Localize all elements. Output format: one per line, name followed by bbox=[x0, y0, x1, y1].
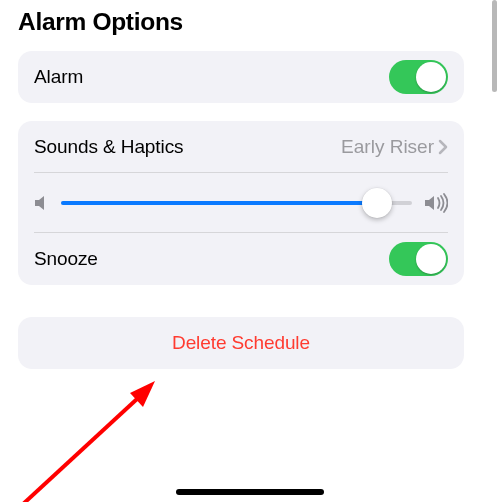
snooze-row[interactable]: Snooze bbox=[34, 233, 448, 285]
volume-low-icon bbox=[34, 194, 49, 212]
snooze-label: Snooze bbox=[34, 248, 98, 270]
volume-row bbox=[34, 173, 448, 233]
alarm-row[interactable]: Alarm bbox=[34, 51, 448, 103]
delete-group: Delete Schedule bbox=[18, 317, 464, 369]
page-title: Alarm Options bbox=[18, 8, 464, 36]
sounds-value-wrap: Early Riser bbox=[341, 136, 448, 158]
sounds-value: Early Riser bbox=[341, 136, 434, 158]
volume-high-icon bbox=[424, 193, 448, 213]
sounds-label: Sounds & Haptics bbox=[34, 136, 183, 158]
toggle-knob bbox=[416, 244, 446, 274]
alarm-label: Alarm bbox=[34, 66, 83, 88]
delete-label: Delete Schedule bbox=[172, 332, 310, 354]
alarm-group: Alarm bbox=[18, 51, 464, 103]
slider-fill bbox=[61, 201, 377, 205]
scrollbar[interactable] bbox=[492, 0, 497, 92]
sounds-row[interactable]: Sounds & Haptics Early Riser bbox=[34, 121, 448, 173]
alarm-toggle[interactable] bbox=[389, 60, 448, 94]
home-indicator bbox=[176, 489, 324, 495]
delete-schedule-button[interactable]: Delete Schedule bbox=[18, 317, 464, 369]
chevron-right-icon bbox=[438, 139, 448, 155]
alarm-options-screen: Alarm Options Alarm Sounds & Haptics Ear… bbox=[0, 8, 482, 502]
snooze-toggle[interactable] bbox=[389, 242, 448, 276]
volume-slider[interactable] bbox=[61, 186, 412, 220]
slider-thumb[interactable] bbox=[362, 188, 392, 218]
toggle-knob bbox=[416, 62, 446, 92]
sounds-group: Sounds & Haptics Early Riser Snooz bbox=[18, 121, 464, 285]
